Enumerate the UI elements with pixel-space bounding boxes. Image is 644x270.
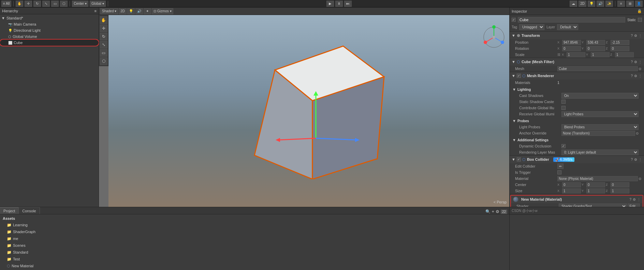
global-dropdown[interactable]: Global ▾ [90, 1, 106, 7]
cast-shadows-dropdown[interactable]: On [561, 93, 639, 99]
asset-item-learning[interactable]: 📁 Learning [1, 222, 37, 228]
add-btn[interactable]: + [492, 209, 494, 214]
nav-gizmo[interactable]: Y Z X [482, 25, 506, 49]
hierarchy-item-camera[interactable]: 📷 Main Camera [0, 21, 99, 27]
scene-view[interactable]: Shaded ▾ 2D 💡 🔊 ✦ ⊡ Gizmos ▾ ✋ ✛ ↻ ⤡ ▭ ⬡ [99, 8, 509, 207]
anchor-select-btn[interactable]: ⊙ [636, 131, 639, 135]
probes-header[interactable]: ▼ Probes [512, 118, 641, 124]
account-btn[interactable]: 👤 [635, 1, 643, 7]
scale-tool-btn[interactable]: ⤡ [42, 1, 50, 7]
mesh-renderer-checkbox[interactable] [517, 74, 521, 78]
all-menu-btn[interactable]: ≡ All [1, 1, 11, 7]
layout-btn[interactable]: ⊞ [626, 1, 634, 7]
inspector-lock-btn[interactable]: 🔒 [637, 9, 642, 13]
transform-more-btn[interactable]: ⋮ [639, 34, 642, 38]
shader-dropdown[interactable]: Shader Graphs/Test [559, 203, 627, 207]
object-name-field[interactable] [518, 17, 625, 23]
scene-audio-btn[interactable]: 🔊 [135, 8, 143, 14]
layer-dropdown[interactable]: Default [557, 24, 578, 30]
pause-btn[interactable]: ⏸ [335, 1, 343, 7]
pos-y-field[interactable] [586, 40, 605, 45]
hierarchy-item-light[interactable]: 💡 Directional Light [0, 27, 99, 33]
scene-gizmos-btn[interactable]: ⊡ Gizmos ▾ [152, 8, 173, 14]
hand-tool-btn[interactable]: ✋ [16, 1, 23, 7]
project-tab[interactable]: Project [0, 207, 19, 214]
asset-item-standard[interactable]: 📁 Standard [1, 249, 37, 255]
inspector-scroll[interactable]: Static Tag Untagged Layer Default [510, 15, 644, 207]
asset-item-me[interactable]: 📁 me [1, 236, 37, 242]
scale-tool[interactable]: ⤡ [100, 41, 107, 48]
asset-item-test[interactable]: 📁 Test [1, 256, 37, 262]
scale-z-field[interactable] [615, 52, 634, 57]
shader-edit-btn[interactable]: Edit... [628, 203, 640, 207]
transform-tool[interactable]: ⬡ [100, 57, 107, 65]
tag-dropdown[interactable]: Untagged [519, 24, 544, 30]
step-btn[interactable]: ⏭ [344, 1, 352, 7]
static-shadow-checkbox[interactable] [561, 100, 566, 104]
is-trigger-checkbox[interactable] [557, 170, 561, 174]
rendering-layer-dropdown[interactable]: 0: Light Layer default [561, 150, 639, 155]
pos-x-field[interactable] [562, 40, 581, 45]
dynamic-occlusion-checkbox[interactable] [561, 144, 566, 148]
scene-lights-btn[interactable]: 💡 [127, 8, 135, 14]
material-more-btn[interactable]: ⋮ [637, 198, 641, 201]
audio-btn[interactable]: 🔊 [597, 1, 604, 7]
mesh-filter-info-btn[interactable]: ? [631, 60, 633, 64]
box-collider-checkbox[interactable] [517, 157, 521, 161]
transform-tool-btn[interactable]: ⬡ [60, 1, 68, 7]
move-tool-btn[interactable]: ✛ [25, 1, 32, 7]
rot-x-field[interactable] [562, 46, 581, 51]
size-z-field[interactable] [611, 188, 629, 194]
material-field[interactable] [557, 176, 638, 181]
cloud-btn[interactable]: ☁ [570, 1, 577, 7]
hierarchy-item-cube[interactable]: ⬜ Cube [0, 40, 99, 46]
additional-settings-header[interactable]: ▼ Additional Settings [512, 137, 641, 143]
rotate-tool-btn[interactable]: ↻ [33, 1, 41, 7]
transform-settings-btn[interactable]: ⚙ [634, 34, 637, 38]
receive-global-dropdown[interactable]: Light Probes [561, 111, 639, 117]
box-collider-more-btn[interactable]: ⋮ [639, 158, 642, 161]
2d-toggle-btn[interactable]: 2D [579, 1, 586, 7]
mesh-renderer-more-btn[interactable]: ⋮ [639, 74, 642, 78]
asset-item-scenes[interactable]: 📁 Scenes [1, 242, 37, 248]
rot-z-field[interactable] [611, 46, 629, 51]
anchor-override-field[interactable] [561, 131, 635, 136]
asset-item-new-material[interactable]: ⬡ New Material [1, 263, 37, 269]
size-x-field[interactable] [562, 188, 581, 194]
mesh-renderer-info-btn[interactable]: ? [631, 74, 633, 78]
center-x-field[interactable] [562, 182, 581, 187]
asset-item-shadergraph[interactable]: 📁 ShaderGraph [1, 229, 37, 235]
transform-info-btn[interactable]: ? [631, 34, 633, 38]
hand-tool[interactable]: ✋ [100, 16, 107, 24]
object-active-checkbox[interactable] [512, 18, 516, 22]
light-probes-dropdown[interactable]: Blend Probes [561, 124, 639, 130]
mesh-filter-header[interactable]: ▼ ⬡ Cube (Mesh Filter) ? ⚙ ⋮ [510, 58, 644, 66]
static-checkbox[interactable] [638, 18, 642, 22]
size-y-field[interactable] [586, 188, 605, 194]
contribute-global-checkbox[interactable] [561, 106, 566, 110]
scale-x-field[interactable] [567, 52, 585, 57]
mesh-value-field[interactable] [557, 66, 638, 71]
lighting-header[interactable]: ▼ Lighting [512, 86, 641, 93]
scene-2d-btn[interactable]: 2D [119, 8, 127, 14]
settings-btn[interactable]: ⚙ [496, 209, 499, 214]
rotate-tool[interactable]: ↻ [100, 33, 107, 40]
mesh-select-btn[interactable]: ⊙ [639, 67, 641, 71]
box-collider-info-btn[interactable]: ? [631, 158, 633, 161]
scene-fx-btn[interactable]: ✦ [144, 8, 151, 14]
scene-shading-btn[interactable]: Shaded ▾ [100, 8, 118, 14]
mesh-filter-settings-btn[interactable]: ⚙ [634, 60, 637, 64]
hierarchy-menu-btn[interactable]: ≡ [94, 9, 97, 13]
center-z-field[interactable] [611, 182, 629, 187]
center-y-field[interactable] [586, 182, 605, 187]
layers-btn[interactable]: ≡ [617, 1, 625, 7]
mesh-renderer-header[interactable]: ▼ ⬡ Mesh Renderer ? ⚙ ⋮ [510, 72, 644, 80]
hierarchy-item-volume[interactable]: ⬡ Global Volume [0, 33, 99, 40]
edit-collider-btn[interactable]: ✏ [557, 164, 564, 169]
transform-header[interactable]: ▼ ⊕ Transform ? ⚙ ⋮ [510, 32, 644, 39]
rect-tool-btn[interactable]: ▭ [51, 1, 59, 7]
rect-tool[interactable]: ▭ [100, 49, 107, 57]
box-collider-settings-btn[interactable]: ⚙ [634, 158, 637, 161]
pos-z-field[interactable] [611, 40, 629, 45]
fx-btn[interactable]: ✨ [605, 1, 613, 7]
